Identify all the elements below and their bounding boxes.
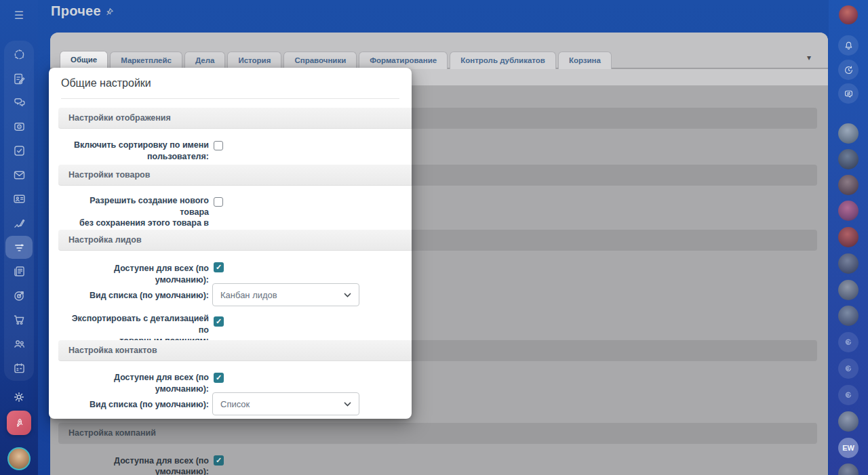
user-avatar[interactable] [838,227,859,247]
user-avatar[interactable] [838,253,859,274]
leads-list-view-label: Вид списка (по умолчанию): [60,290,209,302]
tab-history[interactable]: История [227,51,281,69]
section-bar-companies: Настройка компаний [58,423,817,444]
signature-icon[interactable] [5,211,33,234]
community-icon[interactable] [5,43,33,66]
leads-available-label: Доступен для всех (по умолчанию): [60,263,209,285]
contacts-available-checkbox[interactable]: ✓ [214,373,224,383]
user-avatar[interactable] [838,463,859,475]
tab-marketplace[interactable]: Маркетплейс [110,51,182,69]
contacts-list-view-select[interactable]: Список [212,392,359,415]
panel-title: Общие настройки [61,77,151,89]
team-icon[interactable] [5,332,33,355]
user-avatar[interactable] [838,175,859,195]
cart-icon[interactable] [5,308,33,331]
section-header-products: Настройки товаров [58,165,412,186]
allow-new-product-checkbox[interactable] [214,197,223,207]
user-avatar[interactable] [838,411,859,432]
notes-icon[interactable] [5,67,33,90]
companies-available-label: Доступна для всех (по умолчанию): [60,455,209,475]
chevron-down-icon [344,402,351,407]
app-root: ☰ [0,0,868,475]
tab-directories[interactable]: Справочники [283,51,357,69]
tab-trash[interactable]: Корзина [558,51,612,69]
user-avatar[interactable] [838,280,859,300]
sort-by-username-label: Включить сортировку по имени пользовател… [60,140,209,162]
calendar-icon[interactable] [5,356,33,379]
leads-list-view-value: Канбан лидов [220,290,277,300]
chats-icon[interactable] [5,91,33,114]
chevron-down-icon [344,293,351,297]
sort-by-username-checkbox[interactable] [214,141,223,150]
mail-icon[interactable] [5,163,33,186]
section-header-contacts: Настройка контактов [58,340,412,361]
tab-overflow-caret-icon[interactable]: ▾ [807,53,811,62]
page-title: Прочее [51,3,101,19]
goals-target-icon[interactable] [5,284,33,307]
user-avatar[interactable] [838,201,859,221]
settings-gear-icon[interactable] [5,386,33,409]
contacts-available-label: Доступен для всех (по умолчанию): [60,372,209,394]
pin-icon[interactable] [104,7,115,18]
tab-formatting[interactable]: Форматирование [359,51,448,69]
contacts-list-view-value: Список [220,399,250,409]
tab-general[interactable]: Общие [60,51,108,69]
hamburger-menu-icon[interactable]: ☰ [9,8,28,23]
contact-card-icon[interactable] [5,187,33,210]
user-avatar[interactable] [838,149,859,169]
leads-list-view-select[interactable]: Канбан лидов [212,283,359,306]
left-sidebar: ☰ [0,0,38,475]
documents-icon[interactable] [5,260,33,283]
group-logo-avatar[interactable] [838,332,859,352]
section-header-leads: Настройка лидов [58,230,412,251]
export-detail-checkbox[interactable]: ✓ [214,316,224,327]
panel-divider [61,98,399,99]
history-clock-icon[interactable] [838,60,859,80]
leads-available-checkbox[interactable]: ✓ [214,262,224,272]
general-settings-panel: Общие настройки Настройки отображения Вк… [49,68,412,419]
settings-tabbar: Общие Маркетплейс Дела История Справочни… [60,51,614,69]
contacts-list-view-label: Вид списка (по умолчанию): [60,399,209,411]
my-profile-avatar[interactable] [7,447,31,470]
right-sidebar: EW [829,0,868,475]
group-logo-avatar[interactable] [838,358,859,379]
group-logo-avatar[interactable] [838,385,859,405]
tab-duplicate-control[interactable]: Контроль дубликатов [450,51,556,69]
section-header-companies: Настройка компаний [58,423,817,444]
section-header-display: Настройки отображения [58,108,412,129]
companies-available-checkbox[interactable]: ✓ [214,455,224,466]
chat-transfer-icon[interactable] [838,83,859,104]
initials-avatar[interactable]: EW [838,438,859,458]
tab-deals[interactable]: Дела [184,51,225,69]
user-avatar[interactable] [838,306,859,326]
camera-icon[interactable] [5,115,33,138]
account-avatar[interactable] [839,5,858,24]
rocket-boost-button[interactable] [7,411,31,435]
user-avatar[interactable] [838,123,859,144]
tasks-icon[interactable] [5,139,33,162]
notifications-bell-icon[interactable] [838,35,859,56]
filter-icon[interactable] [5,236,33,259]
